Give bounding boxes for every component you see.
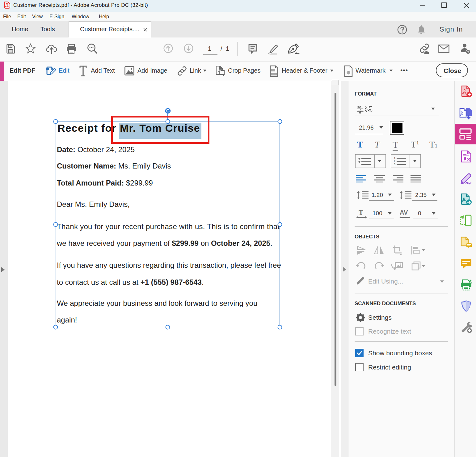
svg-text:T: T [359, 209, 363, 216]
svg-text:AV: AV [400, 209, 408, 216]
svg-text:1: 1 [394, 156, 395, 160]
svg-text:3: 3 [394, 163, 395, 166]
svg-text:2: 2 [394, 160, 395, 163]
